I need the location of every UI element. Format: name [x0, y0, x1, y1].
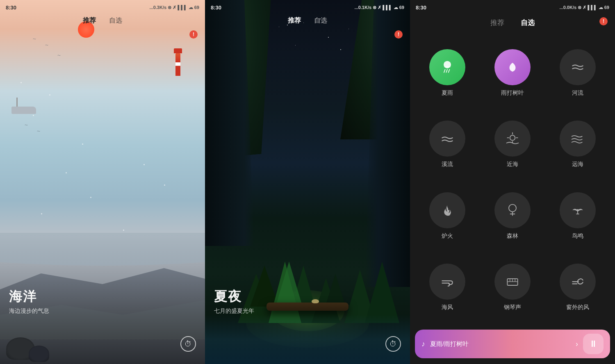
- sound-label-piano: 钢琴声: [504, 304, 521, 311]
- ocean-subtitle: 海边漫步的气息: [9, 307, 49, 315]
- bird-icon: 〜: [25, 123, 28, 127]
- sound-item-wind1[interactable]: 海风: [415, 252, 480, 323]
- svg-point-4: [510, 135, 515, 141]
- sounds-alert-dot: !: [599, 17, 608, 25]
- forest-title-block: 夏夜 七月的盛夏光年: [214, 288, 254, 315]
- sound-item-rain-leaves[interactable]: 雨打树叶: [480, 37, 545, 109]
- snow-dot: [20, 82, 22, 83]
- sounds-time: 8:30: [416, 5, 426, 11]
- snow-dot: [90, 197, 91, 198]
- forest-timer-icon[interactable]: ⏱: [385, 336, 401, 352]
- sound-circle-fire: [429, 192, 465, 228]
- sound-circle-rain-leaves: [494, 49, 531, 85]
- forest-subtitle: 七月的盛夏光年: [214, 307, 254, 315]
- sound-label-rain-leaves: 雨打树叶: [501, 89, 524, 97]
- cricket-insect: [312, 299, 319, 303]
- ocean-alert-dot: !: [189, 30, 198, 39]
- sound-item-near-sea[interactable]: 近海: [480, 109, 545, 180]
- sound-label-river: 河流: [572, 89, 583, 97]
- sounds-nav: 推荐 自选 !: [410, 15, 615, 34]
- forest-tab-custom[interactable]: 自选: [314, 16, 327, 25]
- player-arrow-icon: ›: [576, 340, 578, 348]
- sounds-tab-custom[interactable]: 自选: [521, 18, 535, 27]
- sound-circle-summer-rain: [429, 49, 465, 85]
- snow-dot: [33, 115, 34, 116]
- forest-tab-recommend[interactable]: 推荐: [288, 16, 301, 25]
- ocean-tab-custom[interactable]: 自选: [109, 16, 122, 25]
- sound-item-stream[interactable]: 溪流: [415, 109, 480, 180]
- sound-item-wind2[interactable]: 窗外的风: [545, 252, 610, 323]
- sound-label-far-sea: 远海: [572, 161, 583, 168]
- sound-circle-piano: [494, 264, 531, 300]
- sound-label-fire: 炉火: [442, 232, 453, 240]
- sound-circle-wind1: [429, 264, 465, 300]
- ocean-nav: 推荐 自选 !: [0, 15, 205, 27]
- sound-circle-stream: [429, 121, 465, 157]
- bird-icon: 〜: [45, 43, 48, 48]
- svg-point-9: [509, 204, 516, 212]
- svg-line-1: [444, 70, 445, 73]
- log-platform: [266, 303, 348, 311]
- sounds-tab-recommend[interactable]: 推荐: [490, 18, 504, 27]
- sound-item-summer-rain[interactable]: 夏雨: [415, 37, 480, 109]
- bird-icon: 〜: [33, 37, 36, 41]
- music-note-icon: ♪: [421, 340, 425, 348]
- ocean-time: 8:30: [6, 5, 16, 11]
- snow-dot: [49, 94, 50, 96]
- forest-title: 夏夜: [214, 288, 254, 306]
- player-track-name: 夏雨/雨打树叶: [430, 340, 571, 348]
- timer-glyph: ⏱: [184, 340, 192, 348]
- water-splash: [205, 315, 410, 364]
- sound-item-far-sea[interactable]: 远海: [545, 109, 610, 180]
- bird-icon: 〜: [37, 129, 40, 134]
- snow-dot: [123, 230, 124, 231]
- sound-item-piano[interactable]: 钢琴声: [480, 252, 545, 323]
- ocean-status-bar: 8:30 ...0.3K/s ⊗ ✗ ▌▌▌ ☁ 69: [0, 0, 205, 15]
- snow-dot: [82, 143, 83, 145]
- sound-item-fire[interactable]: 炉火: [415, 180, 480, 252]
- sound-label-birds: 鸟鸣: [572, 232, 583, 240]
- sounds-status-bar: 8:30 ...0.0K/s ⊗ ✗ ▌▌▌ ☁ 69: [410, 0, 615, 15]
- panel-ocean: 8:30 ...0.3K/s ⊗ ✗ ▌▌▌ ☁ 69 推荐 自选 ! 〜 〜 …: [0, 0, 205, 364]
- player-pause-button[interactable]: ⏸: [583, 334, 604, 354]
- sound-circle-near-sea: [494, 121, 531, 157]
- panel-forest: 8:30 ...0.1K/s ⊗ ✗ ▌▌▌ ☁ 69 推荐 自选 !: [205, 0, 410, 364]
- sound-item-river[interactable]: 河流: [545, 37, 610, 109]
- sound-item-birds[interactable]: 鸟鸣: [545, 180, 610, 252]
- sounds-status-icons: ...0.0K/s ⊗ ✗ ▌▌▌ ☁ 69: [560, 5, 609, 10]
- snow-dot: [66, 172, 67, 173]
- snow-dot: [144, 164, 145, 165]
- svg-line-3: [449, 70, 450, 73]
- sound-label-wind2: 窗外的风: [566, 304, 589, 311]
- sound-circle-forest: [494, 192, 531, 228]
- timer-glyph: ⏱: [390, 340, 397, 348]
- sound-circle-river: [560, 49, 596, 85]
- bird-icon: 〜: [57, 53, 61, 58]
- ocean-ship: [11, 107, 36, 114]
- player-bar[interactable]: ♪ 夏雨/雨打树叶 › ⏸: [415, 330, 610, 358]
- forest-status-bar: 8:30 ...0.1K/s ⊗ ✗ ▌▌▌ ☁ 69: [205, 0, 410, 15]
- rock2: [29, 346, 49, 362]
- sound-label-near-sea: 近海: [507, 161, 518, 168]
- ocean-title: 海洋: [9, 288, 49, 306]
- ocean-tab-recommend[interactable]: 推荐: [83, 16, 96, 25]
- panel-sounds: 8:30 ...0.0K/s ⊗ ✗ ▌▌▌ ☁ 69 推荐 自选 ! 夏雨雨打…: [410, 0, 615, 364]
- forest-status-icons: ...0.1K/s ⊗ ✗ ▌▌▌ ☁ 69: [355, 5, 404, 10]
- sound-circle-birds: [560, 192, 596, 228]
- forest-alert-dot: !: [394, 30, 403, 39]
- svg-line-2: [446, 70, 448, 73]
- forest-nav: 推荐 自选 !: [205, 15, 410, 27]
- sound-label-forest: 森林: [507, 232, 518, 240]
- ocean-lighthouse: [175, 53, 180, 76]
- snow-dot: [164, 184, 165, 186]
- snow-dot: [41, 213, 42, 214]
- sound-label-wind1: 海风: [442, 304, 453, 311]
- sounds-grid: 夏雨雨打树叶河流溪流近海远海炉火森林鸟鸣海风钢琴声窗外的风: [410, 34, 615, 326]
- forest-time: 8:30: [211, 5, 221, 11]
- sound-circle-far-sea: [560, 121, 596, 157]
- sound-label-stream: 溪流: [442, 161, 453, 168]
- ocean-title-block: 海洋 海边漫步的气息: [9, 288, 49, 315]
- ocean-timer-icon[interactable]: ⏱: [180, 336, 196, 352]
- sound-item-forest[interactable]: 森林: [480, 180, 545, 252]
- pause-icon: ⏸: [589, 339, 598, 349]
